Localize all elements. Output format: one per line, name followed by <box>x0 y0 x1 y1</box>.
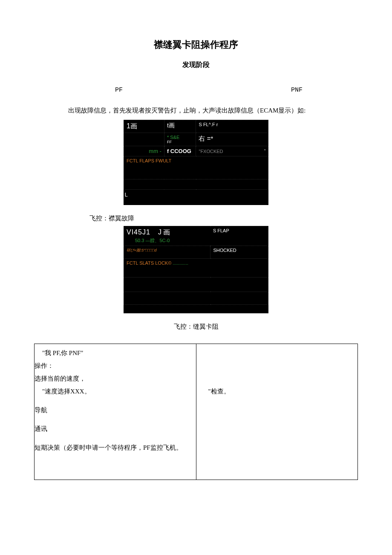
document-subtitle: 发现阶段 <box>34 61 358 69</box>
ecam1-r1c2: t画 <box>164 120 196 133</box>
ecam1-r1c3: S FL^.F r <box>196 120 268 133</box>
proc-r1: "检查。 <box>196 347 358 398</box>
proc-l4: "速度选择XXX。 <box>35 385 196 398</box>
ecam1-r3d: ' <box>265 148 265 154</box>
intro-text: 出现故障信息，首先发现者按灭警告灯，止响，大声读出故障信息（ECAM显示）如: <box>68 106 358 116</box>
ecam-display-2: VI45J1 J 画 50.3 —膛、5C-0 S FLAP 研び«圈:S"□□… <box>124 226 268 313</box>
proc-l6: 通讯 <box>35 422 196 435</box>
document-title: 襟缝翼卡阻操作程序 <box>34 38 358 51</box>
ecam2-r2: 50.3 —膛、5C-0 <box>127 238 170 243</box>
proc-l2: 操作： <box>35 359 196 372</box>
proc-l1: "我 PF,你 PNF" <box>35 347 196 359</box>
procedure-left-cell: "我 PF,你 PNF" 操作： 选择当前的速度， "速度选择XXX。 导航 通… <box>35 344 196 480</box>
proc-l5: 导航 <box>35 404 196 416</box>
ecam1-r4: FCTL FLAPS FWULT <box>124 156 268 179</box>
ecam2-r1a: VI45J1 <box>127 228 150 236</box>
ecam2-r3a: 研び«圈:S"□□□□d <box>127 248 156 252</box>
caption-1: 飞控：襟翼故障 <box>89 214 358 223</box>
ecam1-r2a: * S&E <box>167 135 179 140</box>
role-pf: PF <box>115 87 123 94</box>
ecam2-r1c: S FLAP <box>210 226 268 246</box>
ecam1-r2b: 右 =* <box>196 133 268 146</box>
roles-row: PF PNF <box>34 87 358 94</box>
ecam-display-1: 1画 t画 S FL^.F r * S&E FF 右 =* mm - f CCO… <box>124 120 268 205</box>
ecam2-r1b: J 画 <box>158 228 170 236</box>
ecam2-r3b: SHOCKED <box>210 246 268 258</box>
ecam1-r3c: "FXOCKED <box>199 149 223 154</box>
ecam1-r2c: FF <box>167 140 172 144</box>
caption-2: 飞控：缝翼卡阻 <box>34 323 358 331</box>
procedure-table: "我 PF,你 PNF" 操作： 选择当前的速度， "速度选择XXX。 导航 通… <box>34 344 358 480</box>
procedure-right-cell: "检查。 <box>196 344 358 480</box>
role-pnf: PNF <box>291 87 303 94</box>
ecam1-rL: L <box>124 189 268 199</box>
proc-l3: 选择当前的速度， <box>35 372 196 385</box>
ecam1-r3a: mm - <box>124 146 164 156</box>
ecam1-r3b: f CCOOG <box>164 146 196 156</box>
ecam1-r1c1: 1画 <box>124 120 164 133</box>
ecam2-r4: FCTL SLATS LOCK© <box>127 260 171 266</box>
proc-l7: 短期决策（必要时申请一个等待程序，PF监控飞机。 <box>35 441 196 454</box>
